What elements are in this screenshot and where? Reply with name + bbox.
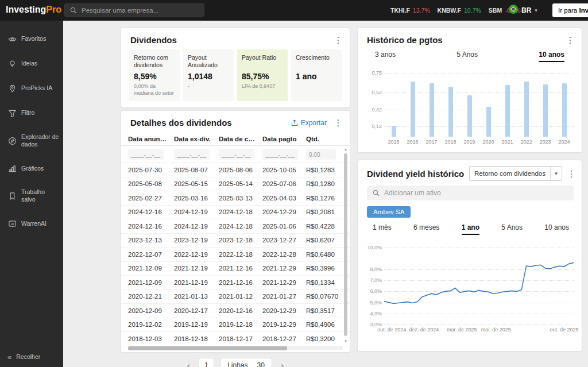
kebab-menu-icon[interactable]: ⋮ <box>334 36 343 44</box>
yield-card-title: Dividend yield histórico <box>367 169 469 179</box>
table-cell: 2018-12-18 <box>174 335 219 342</box>
bar-slot <box>403 69 422 137</box>
sidebar-item-ideias[interactable]: Ideias <box>7 59 63 68</box>
table-cell: 2019-12-18 <box>219 321 262 328</box>
export-button[interactable]: Exportar <box>291 119 327 127</box>
table-row: 2025-02-272025-03-162025-03-132025-04-03… <box>121 191 350 206</box>
x-tick-label: mar. de 2025 <box>447 327 477 333</box>
kebab-menu-icon[interactable]: ⋮ <box>334 118 343 127</box>
company-search[interactable] <box>64 3 204 17</box>
tab-6-meses[interactable]: 6 meses <box>413 223 439 235</box>
stat-label: Crescimento <box>296 54 337 69</box>
topbar: InvestingPro TKHI.F13.7%KNBW.F10.7%SBM-6… <box>0 0 588 21</box>
rows-per-page-select[interactable]: Linhas 30 <box>220 358 272 367</box>
tab-5-anos[interactable]: 5 Anos <box>457 51 478 62</box>
table-filter-row: ____-__-______-__-______-__-______-__-__… <box>121 146 350 163</box>
x-tick-label: dez. de 2024 <box>409 327 439 333</box>
asset-chip[interactable]: Ambev SA <box>367 206 411 218</box>
filter-input[interactable]: ____-__-__ <box>219 149 254 160</box>
kebab-menu-icon[interactable]: ⋮ <box>567 169 576 178</box>
sidebar-item-warrenai[interactable]: AIWarrenAI <box>7 219 63 229</box>
metric-dropdown[interactable]: Retorno com dividendos ▾ <box>469 166 562 181</box>
sidebar-item-explorador[interactable]: Explorador de dados <box>7 133 63 148</box>
horizontal-scrollbar-thumb[interactable] <box>128 346 287 350</box>
stat-value: 85,75% <box>242 72 283 81</box>
asset-search-input[interactable] <box>384 189 569 197</box>
collapse-label: Recolher <box>16 353 40 361</box>
scroll-up-icon[interactable]: ▲ <box>343 148 349 151</box>
bar-slot <box>441 69 460 137</box>
investingpro-logo[interactable]: InvestingPro <box>6 5 61 15</box>
x-tick-label: 2015 <box>384 139 403 145</box>
sidebar-item-trabalho[interactable]: Trabalho salvo <box>7 188 63 203</box>
scroll-down-icon[interactable]: ▼ <box>343 339 349 343</box>
sidebar-item-label: WarrenAI <box>21 220 47 227</box>
column-header[interactable]: Qtd. <box>306 136 341 142</box>
filter-input[interactable]: 0.00 <box>306 149 336 160</box>
column-header[interactable]: Data pagto <box>262 136 306 142</box>
table-cell: 2022-12-19 <box>174 251 219 258</box>
bar-slot <box>460 69 479 137</box>
tab-10-anos[interactable]: 10 anos <box>539 51 564 62</box>
table-cell: 2025-05-08 <box>128 180 174 187</box>
brazil-flag-icon <box>509 5 518 16</box>
column-header[interactable]: Data ex-div. <box>174 136 219 142</box>
column-header[interactable]: Data anun… <box>128 136 174 142</box>
table-cell: 2025-05-15 <box>174 180 219 187</box>
sidebar-item-graficos[interactable]: Gráficos <box>7 164 63 173</box>
table-row: 2020-12-092020-12-172020-12-162020-12-29… <box>121 304 350 318</box>
tab-10-anos[interactable]: 10 anos <box>544 223 569 235</box>
table-cell: 2025-07-06 <box>262 180 306 187</box>
table-cell: 2023-12-19 <box>174 237 219 244</box>
warren-ai-icon: AI <box>7 219 17 229</box>
table-cell: 2021-01-12 <box>219 293 262 300</box>
current-page[interactable]: 1 <box>199 358 214 367</box>
asset-search[interactable] <box>367 186 574 200</box>
filter-input[interactable]: ____-__-__ <box>174 149 210 160</box>
vertical-scrollbar-thumb[interactable] <box>344 153 347 336</box>
bars <box>384 69 574 137</box>
gridline <box>384 324 574 325</box>
tab-1-ano[interactable]: 1 ano <box>462 223 479 235</box>
table-cell: 2021-12-29 <box>262 265 306 272</box>
filter-input[interactable]: ____-__-__ <box>128 149 164 160</box>
ticker-item[interactable]: KNBW.F10.7% <box>438 7 481 14</box>
collapse-sidebar-button[interactable]: « Recolher <box>7 353 40 361</box>
tab-3-anos[interactable]: 3 anos <box>375 51 396 62</box>
company-search-input[interactable] <box>82 7 200 14</box>
table-cell: 2025-02-27 <box>128 195 174 202</box>
table-cell: 2019-12-19 <box>174 321 219 328</box>
filter-cell: ____-__-__ <box>128 149 174 160</box>
sidebar-item-propicks[interactable]: ProPicks IA <box>7 84 63 93</box>
column-header[interactable]: Data de c… <box>219 136 262 142</box>
y-tick-label: 0,12 <box>365 123 382 129</box>
locale-selector[interactable]: BR ▾ <box>509 0 537 21</box>
next-page-button[interactable]: › <box>278 361 287 367</box>
table-cell: R$0,3517 <box>306 307 341 314</box>
horizontal-scrollbar[interactable] <box>128 346 343 350</box>
dividend-yield-card: Dividend yield histórico Retorno com div… <box>357 160 582 351</box>
go-to-investing-button[interactable]: Ir para Investing.com <box>552 3 588 17</box>
sidebar-item-favoritos[interactable]: Favoritos <box>7 34 63 44</box>
table-body: 2025-07-302025-08-072025-08-062025-10-05… <box>121 163 350 346</box>
sidebar-item-label: Filtro <box>21 109 34 117</box>
tab-5-anos[interactable]: 5 Anos <box>501 223 523 235</box>
ticker-symbol: KNBW.F <box>438 7 461 14</box>
ticker-item[interactable]: TKHI.F13.7% <box>390 7 430 14</box>
vertical-scrollbar[interactable]: ▲ ▼ <box>343 148 349 343</box>
yield-line <box>384 241 574 324</box>
kebab-menu-icon[interactable]: ⋮ <box>566 36 575 44</box>
tab-1-mês[interactable]: 1 mês <box>373 223 392 235</box>
y-tick-label: 0,32 <box>365 107 382 113</box>
filter-cell: ____-__-__ <box>262 149 306 160</box>
bar <box>411 82 415 137</box>
y-tick-label: 7,0% <box>365 277 382 283</box>
table-cell: 2025-01-06 <box>262 223 306 230</box>
filter-input[interactable]: ____-__-__ <box>262 149 298 160</box>
table-cell: 2025-08-06 <box>219 167 262 173</box>
bar-slot <box>555 69 574 137</box>
chevron-down-icon: ▾ <box>550 167 562 180</box>
x-tick-label: 2018 <box>441 139 460 145</box>
sidebar-item-filtro[interactable]: Filtro <box>7 109 63 118</box>
previous-page-button[interactable]: ‹ <box>184 361 193 367</box>
